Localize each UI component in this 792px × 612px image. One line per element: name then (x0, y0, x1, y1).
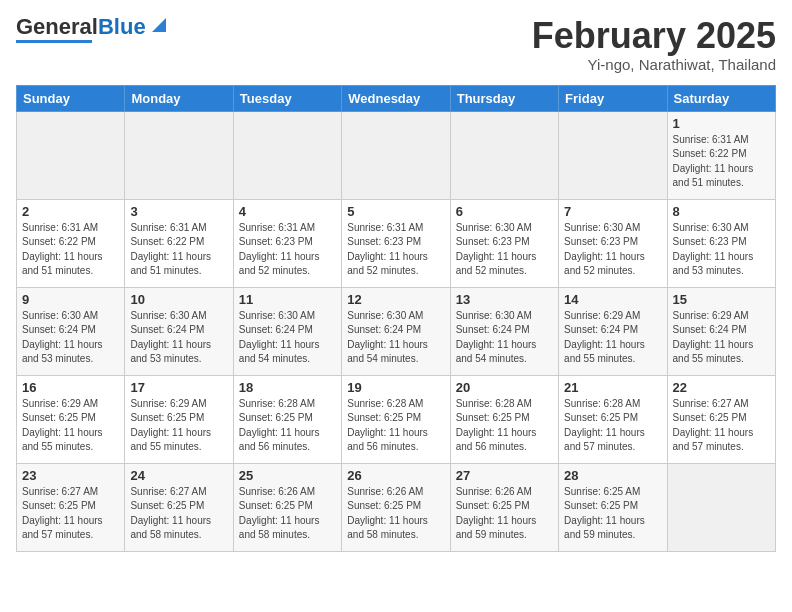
day-detail: Sunrise: 6:30 AM Sunset: 6:24 PM Dayligh… (22, 309, 119, 367)
calendar-cell (342, 111, 450, 199)
day-detail: Sunrise: 6:29 AM Sunset: 6:24 PM Dayligh… (673, 309, 770, 367)
logo-part1: General (16, 14, 98, 39)
day-number: 27 (456, 468, 553, 483)
day-number: 4 (239, 204, 336, 219)
logo: GeneralBlue (16, 16, 170, 43)
logo-icon (148, 14, 170, 36)
calendar-cell: 28Sunrise: 6:25 AM Sunset: 6:25 PM Dayli… (559, 463, 667, 551)
calendar-cell (233, 111, 341, 199)
day-detail: Sunrise: 6:31 AM Sunset: 6:23 PM Dayligh… (239, 221, 336, 279)
day-number: 9 (22, 292, 119, 307)
day-number: 12 (347, 292, 444, 307)
logo-underline (16, 40, 92, 43)
weekday-header: Sunday (17, 85, 125, 111)
day-detail: Sunrise: 6:27 AM Sunset: 6:25 PM Dayligh… (673, 397, 770, 455)
day-detail: Sunrise: 6:26 AM Sunset: 6:25 PM Dayligh… (456, 485, 553, 543)
day-detail: Sunrise: 6:28 AM Sunset: 6:25 PM Dayligh… (564, 397, 661, 455)
calendar-cell: 24Sunrise: 6:27 AM Sunset: 6:25 PM Dayli… (125, 463, 233, 551)
weekday-header: Tuesday (233, 85, 341, 111)
calendar-cell: 25Sunrise: 6:26 AM Sunset: 6:25 PM Dayli… (233, 463, 341, 551)
calendar-week-row: 23Sunrise: 6:27 AM Sunset: 6:25 PM Dayli… (17, 463, 776, 551)
day-number: 21 (564, 380, 661, 395)
day-detail: Sunrise: 6:28 AM Sunset: 6:25 PM Dayligh… (347, 397, 444, 455)
weekday-header: Friday (559, 85, 667, 111)
day-detail: Sunrise: 6:25 AM Sunset: 6:25 PM Dayligh… (564, 485, 661, 543)
day-number: 3 (130, 204, 227, 219)
day-number: 15 (673, 292, 770, 307)
calendar-cell: 4Sunrise: 6:31 AM Sunset: 6:23 PM Daylig… (233, 199, 341, 287)
day-detail: Sunrise: 6:26 AM Sunset: 6:25 PM Dayligh… (347, 485, 444, 543)
day-detail: Sunrise: 6:31 AM Sunset: 6:23 PM Dayligh… (347, 221, 444, 279)
calendar-cell (125, 111, 233, 199)
day-detail: Sunrise: 6:28 AM Sunset: 6:25 PM Dayligh… (456, 397, 553, 455)
day-detail: Sunrise: 6:27 AM Sunset: 6:25 PM Dayligh… (130, 485, 227, 543)
day-number: 22 (673, 380, 770, 395)
calendar-cell: 9Sunrise: 6:30 AM Sunset: 6:24 PM Daylig… (17, 287, 125, 375)
day-detail: Sunrise: 6:30 AM Sunset: 6:24 PM Dayligh… (347, 309, 444, 367)
calendar-cell: 20Sunrise: 6:28 AM Sunset: 6:25 PM Dayli… (450, 375, 558, 463)
calendar-cell: 12Sunrise: 6:30 AM Sunset: 6:24 PM Dayli… (342, 287, 450, 375)
calendar-cell: 15Sunrise: 6:29 AM Sunset: 6:24 PM Dayli… (667, 287, 775, 375)
calendar-cell: 5Sunrise: 6:31 AM Sunset: 6:23 PM Daylig… (342, 199, 450, 287)
calendar-cell: 7Sunrise: 6:30 AM Sunset: 6:23 PM Daylig… (559, 199, 667, 287)
day-number: 7 (564, 204, 661, 219)
day-detail: Sunrise: 6:29 AM Sunset: 6:25 PM Dayligh… (22, 397, 119, 455)
day-number: 19 (347, 380, 444, 395)
calendar-cell: 10Sunrise: 6:30 AM Sunset: 6:24 PM Dayli… (125, 287, 233, 375)
calendar-week-row: 16Sunrise: 6:29 AM Sunset: 6:25 PM Dayli… (17, 375, 776, 463)
day-number: 14 (564, 292, 661, 307)
calendar-cell: 18Sunrise: 6:28 AM Sunset: 6:25 PM Dayli… (233, 375, 341, 463)
calendar-cell: 27Sunrise: 6:26 AM Sunset: 6:25 PM Dayli… (450, 463, 558, 551)
day-number: 5 (347, 204, 444, 219)
logo-text: GeneralBlue (16, 16, 146, 38)
weekday-header: Thursday (450, 85, 558, 111)
weekday-header: Wednesday (342, 85, 450, 111)
weekday-header: Monday (125, 85, 233, 111)
calendar-cell: 8Sunrise: 6:30 AM Sunset: 6:23 PM Daylig… (667, 199, 775, 287)
day-detail: Sunrise: 6:30 AM Sunset: 6:24 PM Dayligh… (239, 309, 336, 367)
day-number: 16 (22, 380, 119, 395)
day-number: 1 (673, 116, 770, 131)
calendar-cell: 3Sunrise: 6:31 AM Sunset: 6:22 PM Daylig… (125, 199, 233, 287)
weekday-header-row: SundayMondayTuesdayWednesdayThursdayFrid… (17, 85, 776, 111)
day-detail: Sunrise: 6:30 AM Sunset: 6:23 PM Dayligh… (564, 221, 661, 279)
page-header: GeneralBlue February 2025 Yi-ngo, Narath… (16, 16, 776, 73)
calendar-cell (450, 111, 558, 199)
weekday-header: Saturday (667, 85, 775, 111)
day-number: 24 (130, 468, 227, 483)
calendar-cell: 26Sunrise: 6:26 AM Sunset: 6:25 PM Dayli… (342, 463, 450, 551)
day-number: 23 (22, 468, 119, 483)
day-detail: Sunrise: 6:30 AM Sunset: 6:23 PM Dayligh… (673, 221, 770, 279)
svg-marker-0 (152, 18, 166, 32)
day-number: 25 (239, 468, 336, 483)
day-detail: Sunrise: 6:30 AM Sunset: 6:23 PM Dayligh… (456, 221, 553, 279)
day-number: 17 (130, 380, 227, 395)
calendar-week-row: 2Sunrise: 6:31 AM Sunset: 6:22 PM Daylig… (17, 199, 776, 287)
calendar-cell: 1Sunrise: 6:31 AM Sunset: 6:22 PM Daylig… (667, 111, 775, 199)
day-number: 11 (239, 292, 336, 307)
logo-part2: Blue (98, 14, 146, 39)
day-detail: Sunrise: 6:31 AM Sunset: 6:22 PM Dayligh… (130, 221, 227, 279)
calendar-cell (667, 463, 775, 551)
calendar-table: SundayMondayTuesdayWednesdayThursdayFrid… (16, 85, 776, 552)
calendar-cell: 17Sunrise: 6:29 AM Sunset: 6:25 PM Dayli… (125, 375, 233, 463)
calendar-cell: 11Sunrise: 6:30 AM Sunset: 6:24 PM Dayli… (233, 287, 341, 375)
day-number: 13 (456, 292, 553, 307)
day-detail: Sunrise: 6:30 AM Sunset: 6:24 PM Dayligh… (130, 309, 227, 367)
day-number: 26 (347, 468, 444, 483)
title-area: February 2025 Yi-ngo, Narathiwat, Thaila… (532, 16, 776, 73)
day-detail: Sunrise: 6:30 AM Sunset: 6:24 PM Dayligh… (456, 309, 553, 367)
calendar-cell: 23Sunrise: 6:27 AM Sunset: 6:25 PM Dayli… (17, 463, 125, 551)
location-title: Yi-ngo, Narathiwat, Thailand (532, 56, 776, 73)
month-title: February 2025 (532, 16, 776, 56)
calendar-week-row: 1Sunrise: 6:31 AM Sunset: 6:22 PM Daylig… (17, 111, 776, 199)
day-detail: Sunrise: 6:26 AM Sunset: 6:25 PM Dayligh… (239, 485, 336, 543)
calendar-cell: 22Sunrise: 6:27 AM Sunset: 6:25 PM Dayli… (667, 375, 775, 463)
day-detail: Sunrise: 6:29 AM Sunset: 6:25 PM Dayligh… (130, 397, 227, 455)
day-number: 6 (456, 204, 553, 219)
calendar-week-row: 9Sunrise: 6:30 AM Sunset: 6:24 PM Daylig… (17, 287, 776, 375)
day-detail: Sunrise: 6:27 AM Sunset: 6:25 PM Dayligh… (22, 485, 119, 543)
day-detail: Sunrise: 6:28 AM Sunset: 6:25 PM Dayligh… (239, 397, 336, 455)
day-number: 28 (564, 468, 661, 483)
calendar-cell: 21Sunrise: 6:28 AM Sunset: 6:25 PM Dayli… (559, 375, 667, 463)
